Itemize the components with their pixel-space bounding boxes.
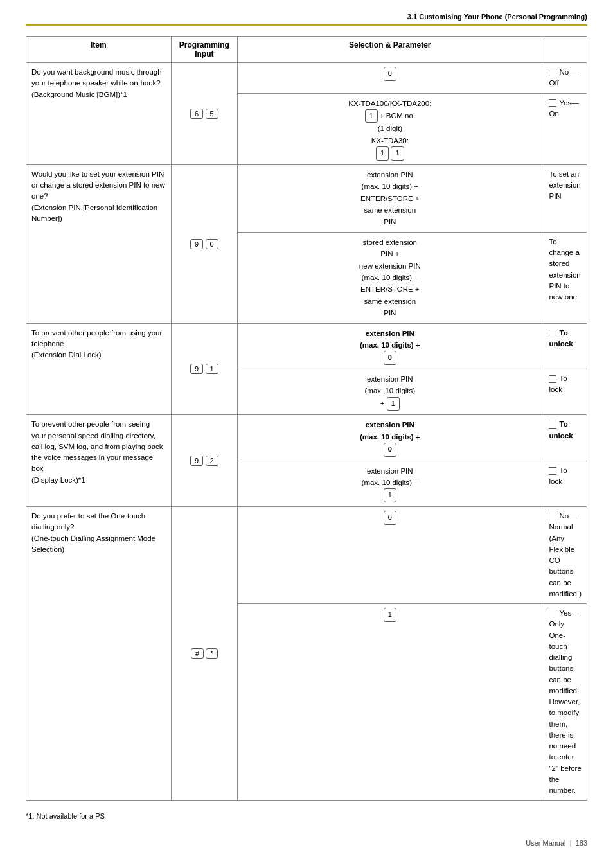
checkbox-icon [549, 69, 556, 76]
checkbox-icon [549, 610, 556, 617]
col-header-prog: ProgrammingInput [171, 37, 238, 63]
sel-left: stored extensionPIN +new extension PIN(m… [238, 232, 542, 323]
sel-right: No—Off [542, 63, 587, 94]
prog-cell: 9 2 [171, 415, 238, 507]
key-box: 9 [190, 364, 203, 374]
table-row: To prevent other people from seeing your… [26, 415, 587, 461]
programming-table: Item ProgrammingInput Selection & Parame… [26, 36, 587, 801]
key-box: 1 [206, 364, 218, 374]
sel-left: 1 [238, 604, 542, 801]
item-cell: Do you prefer to set the One-touch diall… [26, 507, 172, 801]
sel-left: KX-TDA100/KX-TDA200:1 + BGM no.(1 digit)… [238, 93, 542, 164]
item-cell: To prevent other people from using your … [26, 323, 172, 415]
checkbox-icon [549, 375, 556, 383]
key-box: 6 [190, 109, 203, 119]
prog-cell: 6 5 [171, 63, 238, 165]
key-box: 9 [190, 456, 203, 466]
page-header: 3.1 Customising Your Phone (Personal Pro… [26, 13, 587, 26]
item-cell: To prevent other people from seeing your… [26, 415, 172, 507]
key-box: 5 [206, 109, 218, 119]
key-box: 9 [190, 239, 203, 249]
table-row: Do you want background music through you… [26, 63, 587, 94]
prog-cell: 9 0 [171, 164, 238, 323]
sel-left: extension PIN(max. 10 digits) +ENTER/STO… [238, 164, 542, 232]
checkbox-icon [549, 421, 556, 429]
prog-cell: # * [171, 507, 238, 801]
checkbox-icon [549, 467, 556, 475]
footnote: *1: Not available for a PS [26, 812, 587, 820]
page-footer: User Manual | 183 [26, 839, 587, 847]
col-header-item: Item [26, 37, 172, 63]
table-row: Would you like to set your extension PIN… [26, 164, 587, 232]
col-header-sel: Selection & Parameter [238, 37, 542, 63]
table-row: Do you prefer to set the One-touch diall… [26, 507, 587, 604]
sel-right: To lock [542, 369, 587, 414]
sel-right: Yes—On [542, 93, 587, 164]
key-box: 0 [206, 239, 218, 249]
sel-right: To unlock [542, 323, 587, 369]
table-row: To prevent other people from using your … [26, 323, 587, 369]
sel-right: To lock [542, 461, 587, 506]
sel-right: Yes—Only One-touch dialling buttons can … [542, 604, 587, 801]
sel-right: To unlock [542, 415, 587, 461]
sel-left: extension PIN(max. 10 digits)+ 1 [238, 369, 542, 414]
sel-right: To change a stored extension PIN to new … [542, 232, 587, 323]
sel-right: To set an extension PIN [542, 164, 587, 232]
sel-left: extension PIN(max. 10 digits) +0 [238, 415, 542, 461]
sel-left: 0 [238, 63, 542, 94]
sel-left: 0 [238, 507, 542, 604]
checkbox-icon [549, 513, 556, 520]
checkbox-icon [549, 99, 556, 107]
checkbox-icon [549, 330, 556, 337]
prog-cell: 9 1 [171, 323, 238, 415]
key-box: 2 [206, 456, 218, 466]
sel-left: extension PIN(max. 10 digits) +1 [238, 461, 542, 506]
section-title: 3.1 Customising Your Phone (Personal Pro… [407, 13, 587, 21]
sel-left: extension PIN(max. 10 digits) +0 [238, 323, 542, 369]
item-cell: Would you like to set your extension PIN… [26, 164, 172, 323]
sel-right: No—Normal (Any Flexible CO buttons can b… [542, 507, 587, 604]
key-box: # [191, 648, 204, 659]
key-box: * [206, 648, 217, 659]
item-cell: Do you want background music through you… [26, 63, 172, 165]
